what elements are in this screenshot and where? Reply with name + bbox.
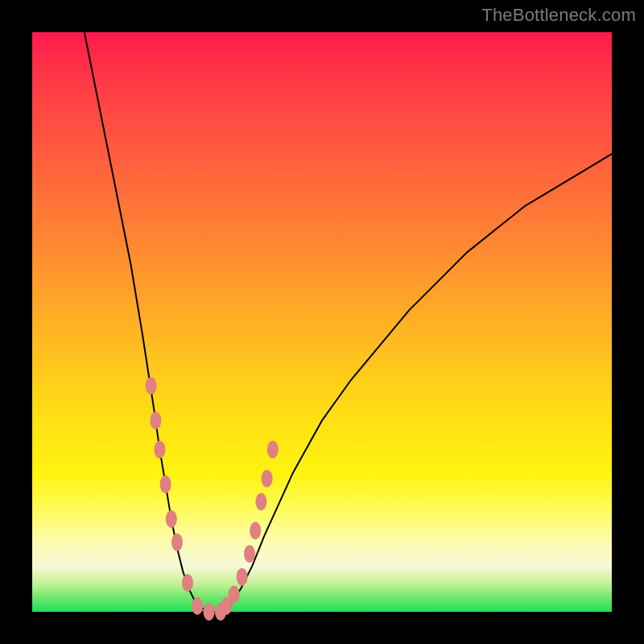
marker-dot [154,440,165,458]
marker-dot [267,440,279,458]
marker-dot [244,545,255,563]
marker-dot [182,574,193,592]
marker-dot [150,411,161,429]
bottleneck-curve [85,32,612,612]
marker-dot [229,585,240,603]
marker-dot [262,469,273,487]
marker-dot [166,510,177,528]
curve-svg [32,32,612,612]
marker-dot [237,568,248,586]
marker-dot [204,603,215,621]
marker-group [146,377,279,621]
marker-dot [255,493,266,510]
watermark-text: TheBottleneck.com [481,5,636,26]
marker-dot [192,597,203,615]
marker-dot [171,534,183,551]
marker-dot [160,476,171,493]
marker-dot [146,377,157,394]
plot-area [32,32,612,612]
marker-dot [250,522,261,539]
chart-frame: TheBottleneck.com [0,0,644,644]
